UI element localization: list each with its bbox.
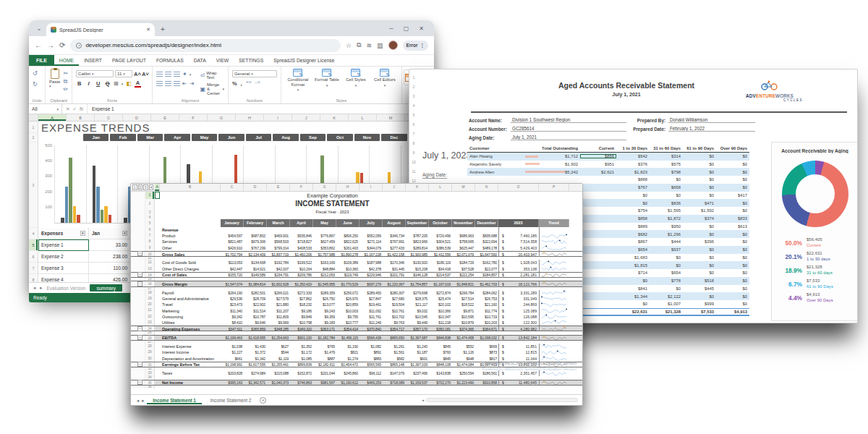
column-header-G[interactable]: G (313, 184, 336, 191)
minimize-icon[interactable]: ─ (389, 25, 393, 32)
income-label-cell[interactable]: Interest Expense (160, 344, 221, 349)
income-value-cell[interactable]: $162,780 (475, 260, 498, 265)
income-value-cell[interactable]: $1,190,612 (336, 380, 359, 385)
income-value-cell[interactable]: $797,991 (383, 239, 406, 244)
ar-cell[interactable]: $444 (650, 239, 683, 244)
ar-cell[interactable]: $0 (650, 263, 683, 268)
trend-sparkline[interactable] (539, 281, 569, 287)
field-value[interactable]: February 1, 2022 (668, 126, 755, 132)
month-button-nov[interactable]: Nov (354, 134, 380, 141)
ar-cell[interactable]: $2,621 (580, 170, 616, 174)
income-value-cell[interactable]: $344,079 (359, 246, 383, 250)
ar-cell[interactable]: $0 (683, 263, 716, 268)
income-value-cell[interactable]: $1,342,571 (244, 380, 267, 385)
income-value-cell[interactable]: $280,307 (383, 291, 406, 295)
income-value-cell[interactable]: $365,859 (244, 327, 267, 331)
income-label-cell[interactable]: Cost of Goods Sold (160, 260, 221, 265)
income-value-cell[interactable]: $10,595 (452, 315, 475, 319)
underline-button[interactable]: U (95, 80, 101, 87)
income-value-cell[interactable]: $353,862 (313, 246, 336, 250)
trend-sparkline[interactable] (539, 380, 569, 386)
income-value-cell[interactable]: $363,171 (313, 327, 336, 331)
ar-cell[interactable]: $754 (616, 208, 650, 213)
income-value-cell[interactable]: $823,966 (406, 239, 429, 244)
income-value-cell[interactable]: $1,098,032 (475, 336, 498, 340)
bar-expense-1[interactable] (93, 166, 96, 224)
ar-cell[interactable]: $0 (716, 271, 749, 275)
income-value-cell[interactable]: $9,342 (221, 315, 244, 319)
income-label-cell[interactable]: Utilities (160, 320, 221, 325)
ar-cell[interactable]: $0 (716, 162, 749, 166)
ar-cell[interactable]: Andrew Allen (467, 170, 524, 174)
ar-cell[interactable]: $0 (683, 271, 716, 275)
collapse-outline-button[interactable]: – (137, 380, 142, 385)
income-value-cell[interactable]: $21,160 (475, 302, 498, 307)
income-value-cell[interactable]: $822,625 (336, 239, 359, 244)
income-value-cell[interactable]: $891 (359, 350, 383, 354)
income-value-cell[interactable]: $264,190 (221, 291, 244, 295)
row-number[interactable]: 5 (145, 219, 155, 227)
increase-indent-icon[interactable]: ⇥ (190, 80, 195, 87)
income-value-cell[interactable]: $20,859 (336, 302, 359, 307)
font-color-icon[interactable]: A (135, 80, 141, 88)
income-value-cell[interactable]: $1,187 (406, 350, 429, 354)
ar-cell[interactable]: $778 (650, 278, 683, 283)
income-value-cell[interactable]: $845 (429, 357, 452, 361)
column-header-C[interactable]: C (95, 114, 123, 121)
income-value-cell[interactable]: $10,264 (290, 267, 313, 271)
side-panel-icon[interactable]: ▥ (377, 42, 383, 49)
income-value-cell[interactable]: $9,243 (313, 309, 336, 313)
income-value-cell[interactable]: $282,501 (244, 291, 267, 295)
income-label-cell[interactable]: Payroll (160, 291, 221, 295)
income-total-cell[interactable]: $13,842,184 (498, 336, 539, 341)
income-value-cell[interactable]: $9,755 (336, 315, 359, 319)
align-bottom-icon[interactable] (174, 72, 180, 77)
income-value-cell[interactable]: $1,900,985 (406, 252, 429, 257)
income-value-cell[interactable]: $1,220,367 (383, 282, 406, 286)
ar-cell[interactable]: $417 (716, 193, 749, 197)
income-value-cell[interactable]: $18,232 (290, 302, 313, 307)
expense-cell[interactable]: 33.00 (89, 239, 131, 251)
row-number[interactable]: 7 (409, 132, 418, 141)
filter-icon[interactable]: ▾ (122, 231, 127, 236)
ar-cell[interactable]: $937 (650, 247, 683, 252)
trend-cell[interactable] (539, 227, 569, 233)
income-value-cell[interactable]: $9,032 (406, 309, 429, 313)
column-header-F[interactable]: F (179, 114, 208, 121)
income-value-cell[interactable]: $1,848,821 (452, 282, 475, 286)
income-value-cell[interactable]: $10,719 (475, 315, 498, 319)
row-number[interactable]: 7 (145, 233, 155, 239)
sheet-nav-right-icon[interactable]: ▸ (40, 285, 42, 291)
column-header-D[interactable]: D (244, 184, 267, 191)
income-value-cell[interactable]: $180,119 (429, 260, 452, 265)
ar-cell[interactable]: $0 (716, 208, 749, 213)
income-value-cell[interactable]: $601 (406, 357, 429, 361)
income-value-cell[interactable]: $109,389 (336, 260, 359, 265)
income-value-cell[interactable]: $229,946 (359, 273, 383, 277)
income-value-cell[interactable]: $170,346 (383, 260, 406, 265)
trend-sparkline[interactable] (539, 314, 569, 320)
income-value-cell[interactable]: $11,809 (267, 315, 290, 319)
income-total-cell[interactable]: $126,088 (498, 314, 539, 320)
format-table-button[interactable]: Format Table▾ (314, 69, 340, 88)
collapse-outline-button[interactable]: – (137, 335, 142, 340)
comma-style-icon[interactable]: , (241, 80, 242, 87)
new-tab-button[interactable]: + (161, 25, 165, 33)
ribbon-tab-insert[interactable]: INSERT (79, 55, 107, 66)
income-value-cell[interactable]: $9,969 (267, 320, 290, 325)
ar-cell[interactable]: $5,242 (524, 170, 580, 174)
income-value-cell[interactable]: $199,522 (290, 260, 313, 265)
ar-cell[interactable]: $0 (716, 278, 749, 283)
ar-cell[interactable]: $0 (650, 193, 683, 197)
fill-color-icon[interactable]: ◧ (126, 80, 132, 87)
ar-cell[interactable]: $0 (716, 286, 749, 291)
income-value-cell[interactable]: $1,274 (336, 357, 359, 361)
income-value-cell[interactable]: $10,360 (336, 267, 359, 271)
ar-cell[interactable]: $798 (650, 170, 683, 174)
income-value-cell[interactable]: $544 (267, 350, 290, 354)
conditional-format-button[interactable]: Conditional Format▾ (285, 69, 311, 92)
column-header-M[interactable]: M (377, 114, 405, 121)
income-value-cell[interactable]: $765 (313, 344, 336, 349)
income-value-cell[interactable]: $1,547,074 (221, 282, 244, 286)
row-number[interactable]: 6 (29, 251, 38, 263)
